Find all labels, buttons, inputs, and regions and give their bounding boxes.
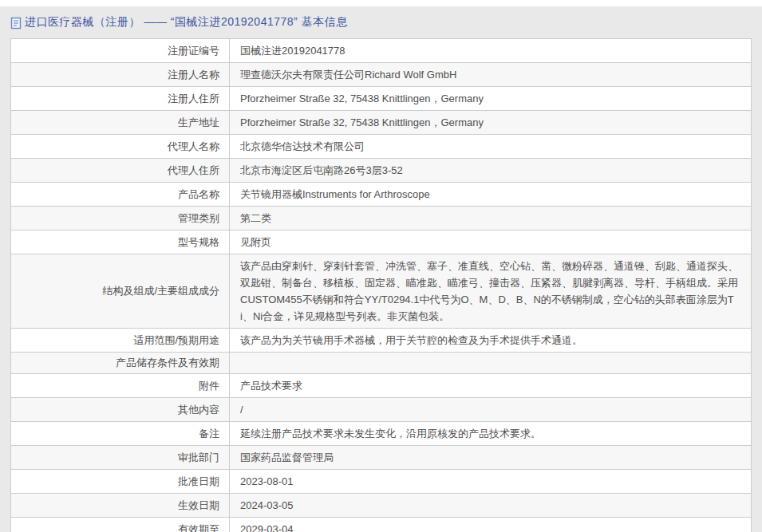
row-value-cell: 该产品由穿刺针、穿刺针套管、冲洗管、塞子、准直线、空心钻、凿、微粉碎器、通道锉、… bbox=[230, 254, 752, 329]
row-label-cell: 其他内容 bbox=[11, 398, 230, 422]
row-value: 产品技术要求 bbox=[240, 380, 302, 392]
page-background: 进口医疗器械（注册） —— “国械注进20192041778” 基本信息 注册证… bbox=[0, 6, 762, 532]
row-label: 附件 bbox=[199, 380, 219, 392]
row-value: 该产品由穿刺针、穿刺针套管、冲洗管、塞子、准直线、空心钻、凿、微粉碎器、通道锉、… bbox=[240, 260, 738, 322]
row-value: 北京市海淀区后屯南路26号3层3-52 bbox=[240, 164, 403, 176]
document-icon bbox=[10, 17, 22, 30]
row-value: Pforzheimer Straße 32, 75438 Knittlingen… bbox=[240, 116, 484, 128]
row-label: 结构及组成/主要组成成分 bbox=[102, 285, 219, 297]
table-row: 型号规格见附页 bbox=[11, 231, 752, 254]
table-row: 附件产品技术要求 bbox=[11, 374, 752, 398]
row-label-cell: 生产地址 bbox=[11, 111, 230, 135]
row-value: 关节镜用器械Instruments for Arthroscope bbox=[240, 188, 430, 200]
row-value-cell: 国家药品监督管理局 bbox=[230, 446, 752, 470]
info-table-body: 注册证编号国械注进20192041778注册人名称理查德沃尔夫有限责任公司Ric… bbox=[11, 39, 752, 532]
row-label-cell: 结构及组成/主要组成成分 bbox=[11, 254, 230, 329]
row-value-cell: 理查德沃尔夫有限责任公司Richard Wolf GmbH bbox=[230, 63, 752, 87]
table-row: 注册证编号国械注进20192041778 bbox=[11, 39, 752, 63]
row-label: 有效期至 bbox=[178, 523, 219, 532]
row-label: 备注 bbox=[199, 428, 219, 439]
row-label-cell: 注册人住所 bbox=[11, 87, 230, 111]
row-value-cell: 2024-03-05 bbox=[230, 494, 752, 518]
row-label-cell: 适用范围/预期用途 bbox=[11, 329, 230, 353]
row-label: 产品名称 bbox=[178, 188, 219, 200]
row-label-cell: 代理人名称 bbox=[11, 135, 230, 159]
table-row: 注册人住所Pforzheimer Straße 32, 75438 Knittl… bbox=[11, 87, 752, 111]
row-label-cell: 型号规格 bbox=[11, 231, 230, 254]
table-row: 其他内容/ bbox=[11, 398, 752, 422]
row-value: 2024-03-05 bbox=[240, 499, 294, 511]
registration-info-table: 注册证编号国械注进20192041778注册人名称理查德沃尔夫有限责任公司Ric… bbox=[10, 38, 752, 532]
table-row: 备注延续注册产品技术要求未发生变化，沿用原核发的产品技术要求。 bbox=[11, 422, 752, 446]
table-row: 代理人名称北京德华信达技术有限公司 bbox=[11, 135, 752, 159]
table-row: 有效期至2029-03-04 bbox=[11, 518, 752, 532]
row-label: 生产地址 bbox=[178, 116, 219, 128]
row-value-cell: 产品技术要求 bbox=[230, 374, 752, 398]
table-row: 注册人名称理查德沃尔夫有限责任公司Richard Wolf GmbH bbox=[11, 63, 752, 87]
row-label: 代理人住所 bbox=[168, 164, 219, 176]
row-value-cell: Pforzheimer Straße 32, 75438 Knittlingen… bbox=[230, 111, 752, 135]
table-row: 适用范围/预期用途该产品为为关节镜用手术器械，用于关节腔的检查及为手术提供手术通… bbox=[11, 329, 752, 353]
row-label: 代理人名称 bbox=[168, 140, 219, 152]
row-value: 国械注进20192041778 bbox=[240, 45, 345, 57]
row-label-cell: 注册人名称 bbox=[11, 63, 230, 87]
row-value: 延续注册产品技术要求未发生变化，沿用原核发的产品技术要求。 bbox=[240, 428, 541, 439]
table-row: 批准日期2023-08-01 bbox=[11, 470, 752, 494]
row-value: / bbox=[240, 404, 243, 416]
table-row: 审批部门国家药品监督管理局 bbox=[11, 446, 752, 470]
row-value-cell: / bbox=[230, 398, 752, 422]
table-row: 产品储存条件及有效期 bbox=[11, 353, 752, 374]
row-value-cell: 第二类 bbox=[230, 207, 752, 231]
row-label-cell: 附件 bbox=[11, 374, 230, 398]
row-label: 产品储存条件及有效期 bbox=[116, 357, 219, 368]
row-value-cell: 2029-03-04 bbox=[230, 518, 752, 532]
table-row: 代理人住所北京市海淀区后屯南路26号3层3-52 bbox=[11, 159, 752, 183]
page-title: 进口医疗器械（注册） —— “国械注进20192041778” 基本信息 bbox=[25, 15, 348, 30]
row-label: 适用范围/预期用途 bbox=[133, 334, 219, 346]
row-label: 审批部门 bbox=[178, 451, 219, 463]
row-label: 管理类别 bbox=[178, 212, 219, 224]
row-label: 注册人住所 bbox=[168, 93, 219, 104]
row-label: 注册人名称 bbox=[168, 69, 219, 81]
row-value-cell: Pforzheimer Straße 32, 75438 Knittlingen… bbox=[230, 87, 752, 111]
row-value: 见附页 bbox=[240, 236, 271, 248]
row-label: 生效日期 bbox=[178, 499, 219, 511]
row-label-cell: 批准日期 bbox=[11, 470, 230, 494]
row-value: 北京德华信达技术有限公司 bbox=[240, 140, 365, 152]
row-label-cell: 生效日期 bbox=[11, 494, 230, 518]
row-value: 第二类 bbox=[240, 212, 271, 224]
row-label-cell: 审批部门 bbox=[11, 446, 230, 470]
row-value-cell bbox=[230, 353, 752, 374]
row-label-cell: 产品储存条件及有效期 bbox=[11, 353, 230, 374]
row-label-cell: 备注 bbox=[11, 422, 230, 446]
row-label-cell: 有效期至 bbox=[11, 518, 230, 532]
row-value-cell: 见附页 bbox=[230, 231, 752, 254]
row-value-cell: 北京市海淀区后屯南路26号3层3-52 bbox=[230, 159, 752, 183]
row-label: 其他内容 bbox=[178, 404, 219, 416]
row-value-cell: 关节镜用器械Instruments for Arthroscope bbox=[230, 183, 752, 207]
row-value-cell: 2023-08-01 bbox=[230, 470, 752, 494]
table-row: 结构及组成/主要组成成分该产品由穿刺针、穿刺针套管、冲洗管、塞子、准直线、空心钻… bbox=[11, 254, 752, 329]
row-label-cell: 注册证编号 bbox=[11, 39, 230, 63]
row-label-cell: 产品名称 bbox=[11, 183, 230, 207]
row-value: 国家药品监督管理局 bbox=[240, 451, 334, 463]
row-label-cell: 代理人住所 bbox=[11, 159, 230, 183]
table-row: 生效日期2024-03-05 bbox=[11, 494, 752, 518]
row-label-cell: 管理类别 bbox=[11, 207, 230, 231]
row-label: 批准日期 bbox=[178, 475, 219, 487]
row-value-cell: 延续注册产品技术要求未发生变化，沿用原核发的产品技术要求。 bbox=[230, 422, 752, 446]
row-value-cell: 该产品为为关节镜用手术器械，用于关节腔的检查及为手术提供手术通道。 bbox=[230, 329, 752, 353]
row-value-cell: 北京德华信达技术有限公司 bbox=[230, 135, 752, 159]
header-bar: 进口医疗器械（注册） —— “国械注进20192041778” 基本信息 bbox=[0, 6, 762, 38]
row-label: 注册证编号 bbox=[168, 45, 219, 57]
row-value: 2023-08-01 bbox=[240, 475, 294, 487]
row-value-cell: 国械注进20192041778 bbox=[230, 39, 752, 63]
row-value: 理查德沃尔夫有限责任公司Richard Wolf GmbH bbox=[240, 69, 456, 81]
table-row: 产品名称关节镜用器械Instruments for Arthroscope bbox=[11, 183, 752, 207]
row-value: 2029-03-04 bbox=[240, 523, 294, 532]
row-value: 该产品为为关节镜用手术器械，用于关节腔的检查及为手术提供手术通道。 bbox=[240, 334, 582, 346]
row-value: Pforzheimer Straße 32, 75438 Knittlingen… bbox=[240, 93, 484, 104]
row-label: 型号规格 bbox=[178, 236, 219, 248]
table-row: 生产地址Pforzheimer Straße 32, 75438 Knittli… bbox=[11, 111, 752, 135]
table-row: 管理类别第二类 bbox=[11, 207, 752, 231]
